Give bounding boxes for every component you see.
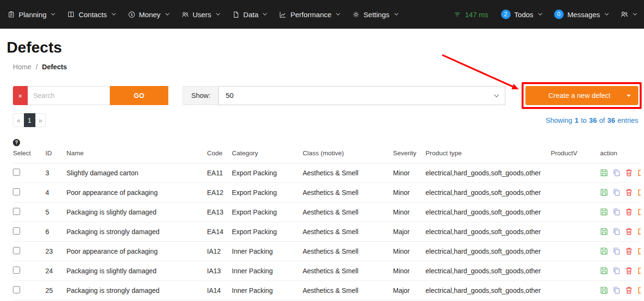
open-external-icon[interactable] — [637, 267, 641, 275]
nav-item-money[interactable]: $ Money — [128, 11, 169, 19]
open-external-icon[interactable] — [637, 208, 641, 216]
search-input[interactable] — [28, 86, 110, 105]
delete-icon[interactable] — [625, 247, 633, 255]
col-header-productv: ProductV — [551, 139, 600, 163]
cell-product-type: electrical,hard_goods,soft_goods,other — [426, 202, 551, 222]
save-icon[interactable] — [600, 208, 608, 216]
cell-name: Packaging is slightly damaged — [66, 202, 207, 222]
delete-icon[interactable] — [625, 208, 633, 216]
open-external-icon[interactable] — [637, 247, 641, 255]
table-row: 25 Packaging is strongly damaged IA14 In… — [13, 280, 641, 300]
cell-action — [600, 280, 641, 300]
col-header-select: ? Select — [13, 139, 45, 163]
cell-severity: Minor — [393, 241, 426, 261]
nav-label-contacts: Contacts — [78, 11, 107, 19]
info-from: 1 — [575, 117, 579, 124]
latency-indicator: 147 ms — [454, 11, 488, 19]
row-select-checkbox[interactable] — [13, 208, 20, 215]
chevron-down-icon — [394, 11, 398, 15]
chevron-down-icon — [51, 11, 55, 15]
cell-class-motive: Aesthetics & Smell — [303, 163, 393, 183]
cell-code: EA14 — [207, 222, 232, 241]
nav-label-performance: Performance — [290, 11, 331, 19]
copy-icon[interactable] — [612, 227, 621, 236]
nav-item-account[interactable] — [621, 11, 636, 18]
defects-table-body: 3 Slightly damaged carton EA11 Export Pa… — [13, 163, 641, 300]
nav-item-data[interactable]: Data — [232, 11, 267, 19]
search-go-button[interactable]: GO — [110, 86, 168, 105]
save-icon[interactable] — [600, 188, 608, 196]
table-row: 5 Packaging is slightly damaged EA13 Exp… — [13, 202, 641, 222]
cell-select — [13, 202, 45, 222]
clear-search-button[interactable]: × — [13, 86, 28, 105]
delete-icon[interactable] — [625, 267, 633, 275]
cell-severity: Minor — [393, 261, 426, 280]
copy-icon[interactable] — [612, 208, 621, 216]
pagination-next-button[interactable]: » — [35, 113, 46, 127]
copy-icon[interactable] — [612, 267, 621, 275]
row-select-checkbox[interactable] — [13, 267, 20, 274]
page-size-select[interactable]: 50 — [218, 86, 505, 105]
pagination-page-1-button[interactable]: 1 — [24, 113, 35, 127]
cell-action — [600, 202, 641, 222]
cell-action — [600, 261, 641, 280]
save-icon[interactable] — [600, 227, 608, 236]
delete-icon[interactable] — [625, 188, 633, 196]
nav-item-settings[interactable]: Settings — [352, 11, 397, 19]
cell-action — [600, 241, 641, 261]
delete-icon[interactable] — [625, 286, 633, 294]
open-external-icon[interactable] — [637, 188, 641, 196]
save-icon[interactable] — [600, 169, 608, 177]
save-icon[interactable] — [600, 286, 608, 294]
pagination-prev-button[interactable]: « — [13, 113, 24, 127]
save-icon[interactable] — [600, 267, 608, 275]
chevron-down-icon — [538, 11, 542, 15]
row-select-checkbox[interactable] — [13, 188, 20, 195]
nav-item-performance[interactable]: Performance — [279, 11, 339, 19]
info-of-word: of — [599, 117, 605, 124]
table-header-row: ? Select ID Name Code Category Class (mo… — [13, 139, 641, 163]
open-external-icon[interactable] — [637, 286, 641, 294]
create-defect-label: Create a new defect — [538, 92, 621, 99]
open-external-icon[interactable] — [637, 169, 641, 177]
copy-icon[interactable] — [612, 188, 621, 196]
cell-id: 24 — [45, 261, 66, 280]
delete-icon[interactable] — [625, 227, 633, 236]
nav-item-messages[interactable]: 0 Messages — [554, 10, 608, 19]
nav-item-planning[interactable]: Planning — [8, 11, 55, 19]
money-icon: $ — [128, 11, 135, 18]
signal-icon — [454, 11, 461, 18]
row-select-checkbox[interactable] — [13, 286, 20, 293]
breadcrumb-home-link[interactable]: Home — [13, 63, 32, 71]
help-icon[interactable]: ? — [13, 139, 20, 146]
table-row: 6 Packaging is strongly damaged EA14 Exp… — [13, 222, 641, 241]
row-select-checkbox[interactable] — [13, 227, 20, 235]
save-icon[interactable] — [600, 247, 608, 255]
delete-icon[interactable] — [625, 169, 633, 177]
cell-name: Poor appearance of packaging — [66, 183, 207, 202]
row-select-checkbox[interactable] — [13, 247, 20, 254]
table-row: 3 Slightly damaged carton EA11 Export Pa… — [13, 163, 641, 183]
copy-icon[interactable] — [612, 247, 621, 255]
nav-item-contacts[interactable]: Contacts — [67, 11, 115, 19]
open-external-icon[interactable] — [637, 227, 641, 236]
nav-label-settings: Settings — [363, 11, 389, 19]
col-header-severity: Severity — [393, 139, 426, 163]
create-defect-button[interactable]: Create a new defect — [525, 86, 638, 105]
chevron-down-icon — [111, 11, 115, 15]
nav-item-users[interactable]: Users — [182, 11, 219, 19]
copy-icon[interactable] — [612, 169, 621, 177]
page-size-group: Show: 50 — [183, 86, 505, 105]
table-row: 4 Poor appearance of packaging EA12 Expo… — [13, 183, 641, 202]
cell-id: 4 — [45, 183, 66, 202]
toolbar: × GO Show: 50 Create a new defect — [13, 86, 644, 105]
col-header-category: Category — [232, 139, 303, 163]
row-select-checkbox[interactable] — [13, 169, 20, 176]
messages-badge: 0 — [554, 10, 564, 19]
nav-label-planning: Planning — [19, 11, 46, 19]
cell-category: Export Packing — [232, 183, 303, 202]
copy-icon[interactable] — [612, 286, 621, 294]
info-to: 36 — [589, 117, 597, 124]
nav-item-todos[interactable]: 2 Todos — [501, 10, 542, 19]
col-header-name: Name — [66, 139, 207, 163]
